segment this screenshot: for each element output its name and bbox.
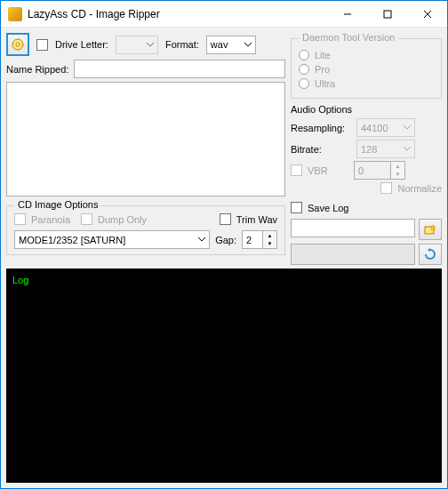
log-header: Log xyxy=(12,275,28,285)
paranoia-checkbox[interactable] xyxy=(14,213,26,225)
spin-up-icon[interactable]: ▲ xyxy=(262,231,276,240)
drive-letter-label: Drive Letter: xyxy=(55,39,108,50)
normalize-label: Normalize xyxy=(397,183,442,194)
disc-icon xyxy=(11,37,25,52)
mode-select[interactable]: MODE1/2352 [SATURN] xyxy=(14,230,210,249)
chevron-down-icon xyxy=(404,147,411,151)
vbr-label: VBR xyxy=(308,165,348,176)
chevron-down-icon xyxy=(147,43,154,47)
format-select[interactable]: wav xyxy=(206,36,256,54)
name-ripped-label: Name Ripped: xyxy=(6,64,68,75)
audio-options-section: Audio Options Resampling: 44100 Bitrate:… xyxy=(291,104,442,196)
chevron-down-icon xyxy=(244,43,252,47)
spin-down-icon[interactable]: ▼ xyxy=(390,171,404,180)
window-title: LazyAss CD - Image Ripper xyxy=(28,8,327,20)
log-output: Log xyxy=(6,269,442,483)
maximize-button[interactable] xyxy=(367,1,407,28)
close-button[interactable] xyxy=(407,1,447,28)
spin-down-icon[interactable]: ▼ xyxy=(262,240,276,249)
drive-letter-checkbox[interactable] xyxy=(36,39,48,51)
bitrate-label: Bitrate: xyxy=(291,144,351,155)
tracks-textarea[interactable] xyxy=(6,82,285,196)
resampling-select[interactable]: 44100 xyxy=(356,118,415,137)
svg-rect-1 xyxy=(384,11,391,18)
gap-label: Gap: xyxy=(215,235,236,245)
browse-log-button[interactable] xyxy=(419,219,442,240)
vbr-spin[interactable]: 0 ▲▼ xyxy=(354,161,405,180)
audio-options-legend: Audio Options xyxy=(291,104,442,115)
name-ripped-input[interactable] xyxy=(74,60,285,78)
drive-letter-select[interactable] xyxy=(116,36,158,54)
trim-wav-label: Trim Wav xyxy=(236,214,277,225)
app-action-button[interactable] xyxy=(6,33,29,56)
daemon-pro-radio[interactable] xyxy=(299,64,309,75)
minimize-button[interactable] xyxy=(327,1,367,28)
chevron-down-icon xyxy=(198,237,205,242)
svg-point-5 xyxy=(16,43,20,46)
dump-only-label: Dump Only xyxy=(98,214,147,225)
log-path-input[interactable] xyxy=(291,219,415,237)
spin-up-icon[interactable]: ▲ xyxy=(390,162,404,171)
normalize-checkbox[interactable] xyxy=(380,182,392,194)
chevron-down-icon xyxy=(404,125,411,130)
refresh-icon xyxy=(424,248,436,261)
bitrate-select[interactable]: 128 xyxy=(356,140,415,158)
dump-only-checkbox[interactable] xyxy=(81,213,92,225)
daemon-ultra-radio[interactable] xyxy=(299,78,309,89)
save-log-checkbox[interactable] xyxy=(291,202,302,213)
resampling-label: Resampling: xyxy=(291,123,351,133)
cd-image-options-groupbox: CD Image Options Paranoia Dump Only Trim… xyxy=(6,205,285,255)
vbr-checkbox[interactable] xyxy=(291,164,302,176)
daemon-lite-radio[interactable] xyxy=(299,50,309,60)
format-label: Format: xyxy=(165,39,199,50)
app-icon xyxy=(8,7,22,21)
trim-wav-checkbox[interactable] xyxy=(220,213,231,225)
daemon-groupbox: Daemon Tool Version Lite Pro Ultra xyxy=(291,38,442,99)
folder-star-icon xyxy=(424,223,436,236)
progress-bar xyxy=(291,244,415,265)
save-log-label: Save Log xyxy=(308,203,348,213)
paranoia-label: Paranoia xyxy=(31,214,70,225)
gap-spin[interactable]: 2 ▲▼ xyxy=(242,230,277,249)
go-button[interactable] xyxy=(419,244,442,265)
